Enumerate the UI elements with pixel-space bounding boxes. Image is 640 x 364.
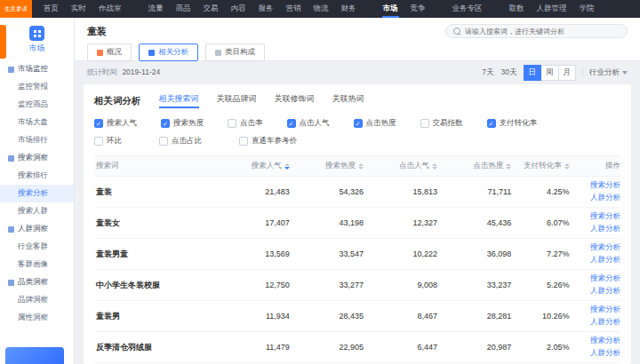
column-header[interactable]: 点击热度 bbox=[437, 161, 511, 171]
column-header[interactable]: 搜索热度 bbox=[290, 161, 364, 171]
top-nav-item[interactable]: 营销 bbox=[280, 0, 308, 18]
metric-checkbox[interactable]: 点击率 bbox=[228, 118, 263, 129]
checkbox-icon[interactable] bbox=[161, 119, 170, 128]
toolbar: 统计时间 2019-11-24 7天30天 日周月 行业分析 bbox=[75, 61, 640, 84]
range-button[interactable]: 30天 bbox=[501, 67, 517, 78]
checkbox-icon[interactable] bbox=[239, 137, 248, 146]
sidebar-item[interactable]: 监控商品 bbox=[0, 96, 74, 114]
value-cell: 5.26% bbox=[511, 281, 569, 289]
keyword-view-tab[interactable]: 类目构成 bbox=[205, 44, 265, 61]
top-nav-item[interactable]: 市场 bbox=[377, 0, 404, 18]
granularity-button[interactable]: 月 bbox=[559, 65, 577, 81]
sidebar-item[interactable]: 监控警报 bbox=[0, 78, 74, 96]
related-words-tab[interactable]: 关联品牌词 bbox=[217, 93, 257, 107]
top-nav-item[interactable]: 交易 bbox=[197, 0, 225, 18]
audience-analysis-link[interactable]: 人群分析 bbox=[590, 224, 620, 234]
sidebar-group[interactable]: 市场监控 bbox=[0, 60, 74, 78]
checkbox-icon[interactable] bbox=[94, 137, 103, 146]
metric-checkbox[interactable]: 搜索人气 bbox=[94, 118, 137, 129]
search-input[interactable] bbox=[465, 28, 620, 36]
top-nav-item[interactable]: 学院 bbox=[573, 0, 601, 18]
audience-analysis-link[interactable]: 人群分析 bbox=[590, 255, 620, 265]
top-nav-item[interactable]: 物流 bbox=[308, 0, 335, 18]
sidebar-item[interactable]: 搜索分析 bbox=[0, 185, 74, 202]
top-nav-item[interactable]: 服务 bbox=[252, 0, 280, 18]
top-nav-item[interactable]: 财务 bbox=[335, 0, 363, 18]
search-analysis-link[interactable]: 搜索分析 bbox=[590, 305, 620, 315]
checkbox-icon[interactable] bbox=[420, 119, 429, 128]
range-buttons: 7天30天 bbox=[482, 67, 516, 78]
sidebar-item[interactable]: 行业客群 bbox=[0, 238, 74, 256]
sidebar-group[interactable]: 搜索洞察 bbox=[0, 149, 74, 167]
checkbox-icon[interactable] bbox=[159, 137, 168, 146]
granularity-button[interactable]: 日 bbox=[524, 65, 542, 81]
audience-analysis-link[interactable]: 人群分析 bbox=[590, 193, 620, 203]
top-nav-item[interactable]: 商品 bbox=[170, 0, 197, 18]
search-analysis-link[interactable]: 搜索分析 bbox=[590, 211, 620, 222]
table-row: 童装21,48354,32615,81371,7114.25%搜索分析人群分析 bbox=[94, 177, 620, 208]
sidebar-group[interactable]: 人群洞察 bbox=[0, 220, 74, 238]
search-analysis-link[interactable]: 搜索分析 bbox=[590, 336, 620, 346]
range-button[interactable]: 7天 bbox=[482, 67, 493, 78]
related-words-tab[interactable]: 关联热词 bbox=[332, 93, 364, 107]
column-header[interactable]: 支付转化率 bbox=[511, 161, 569, 171]
menu-group-icon bbox=[8, 226, 14, 233]
checkbox-icon[interactable] bbox=[228, 119, 236, 128]
audience-analysis-link[interactable]: 人群分析 bbox=[590, 286, 620, 297]
metric-sub-option[interactable]: 点击占比 bbox=[159, 136, 202, 146]
value-cell: 17,407 bbox=[216, 218, 290, 227]
metric-checkbox[interactable]: 搜索热度 bbox=[161, 118, 204, 129]
metric-checkbox[interactable]: 交易指数 bbox=[420, 118, 463, 129]
audience-analysis-link[interactable]: 人群分析 bbox=[590, 317, 620, 328]
value-cell: 8,467 bbox=[364, 312, 437, 320]
search-analysis-link[interactable]: 搜索分析 bbox=[590, 242, 620, 253]
sidebar-promo-banner[interactable] bbox=[5, 347, 64, 364]
top-nav-item[interactable]: 人群管理 bbox=[531, 0, 573, 18]
checkbox-icon[interactable] bbox=[487, 119, 496, 128]
column-header[interactable]: 搜索人气 bbox=[216, 161, 290, 171]
value-cell: 36,098 bbox=[437, 249, 511, 258]
column-header[interactable]: 点击人气 bbox=[364, 161, 437, 171]
granularity-button[interactable]: 周 bbox=[541, 65, 559, 81]
top-nav-item[interactable]: 首页 bbox=[37, 0, 65, 18]
stat-time-value[interactable]: 2019-11-24 bbox=[122, 67, 160, 76]
sidebar-item[interactable]: 客群画像 bbox=[0, 256, 74, 273]
app-logo[interactable]: 生意参谋 bbox=[0, 0, 32, 18]
sidebar-item[interactable]: 搜索排行 bbox=[0, 167, 74, 185]
keyword-view-tab[interactable]: 概况 bbox=[87, 44, 132, 61]
row-actions: 搜索分析人群分析 bbox=[570, 180, 620, 203]
table-row: 反季清仓羽绒服11,47922,9056,44720,9872.05%搜索分析人… bbox=[94, 332, 620, 363]
top-nav-item[interactable]: 竞争 bbox=[404, 0, 432, 18]
checkbox-icon[interactable] bbox=[354, 119, 363, 128]
sidebar-item[interactable]: 品牌洞察 bbox=[0, 291, 74, 309]
checkbox-icon[interactable] bbox=[94, 119, 103, 128]
sidebar-item[interactable]: 市场排行 bbox=[0, 131, 74, 149]
top-nav-item[interactable]: 作战室 bbox=[92, 0, 128, 18]
sidebar-group[interactable]: 品类洞察 bbox=[0, 273, 74, 291]
value-cell: 11,479 bbox=[216, 343, 290, 352]
metric-checkbox[interactable]: 支付转化率 bbox=[487, 118, 538, 129]
more-analysis-dropdown[interactable]: 行业分析 bbox=[589, 67, 628, 78]
search-analysis-link[interactable]: 搜索分析 bbox=[590, 180, 620, 191]
audience-analysis-link[interactable]: 人群分析 bbox=[590, 348, 620, 359]
metric-checkbox[interactable]: 点击人气 bbox=[287, 118, 330, 129]
related-words-tab[interactable]: 关联修饰词 bbox=[275, 93, 315, 107]
top-nav-item[interactable]: 实时 bbox=[65, 0, 92, 18]
metric-checkbox[interactable]: 点击热度 bbox=[354, 118, 396, 129]
search-analysis-link[interactable]: 搜索分析 bbox=[590, 273, 620, 284]
menu-group-icon bbox=[8, 67, 14, 73]
checkbox-icon[interactable] bbox=[287, 119, 296, 128]
sidebar-item[interactable]: 市场大盘 bbox=[0, 114, 74, 131]
metric-sub-option[interactable]: 环比 bbox=[94, 136, 122, 146]
row-actions: 搜索分析人群分析 bbox=[570, 242, 620, 265]
metric-sub-option[interactable]: 直通车参考价 bbox=[239, 136, 297, 146]
top-nav-item[interactable]: 取数 bbox=[503, 0, 531, 18]
keyword-view-tab[interactable]: 相关分析 bbox=[139, 44, 198, 61]
sidebar-item[interactable]: 属性洞察 bbox=[0, 309, 74, 327]
top-nav-item[interactable]: 流量 bbox=[142, 0, 170, 18]
sidebar-item[interactable]: 搜索人群 bbox=[0, 202, 74, 220]
top-nav-item[interactable]: 内容 bbox=[225, 0, 252, 18]
keyword-search-box[interactable] bbox=[445, 24, 628, 38]
top-nav-item[interactable]: 业务专区 bbox=[446, 0, 489, 18]
related-words-tab[interactable]: 相关搜索词 bbox=[159, 93, 199, 107]
